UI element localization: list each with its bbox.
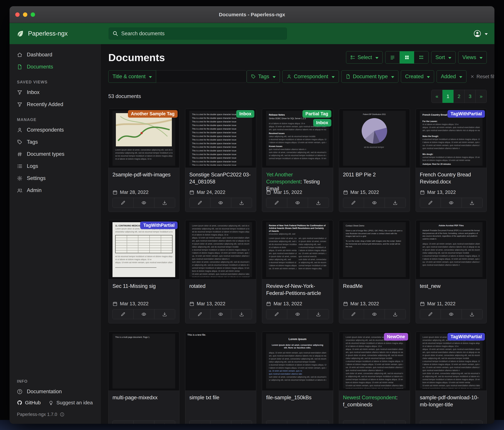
document-thumb-area[interactable]: This is a multi page document. Page 1.: [108, 332, 179, 391]
sidebar-item-settings[interactable]: Settings: [13, 172, 97, 184]
document-thumb-area[interactable]: Lorem ipsum dolor sit amet, consectetur …: [339, 332, 410, 391]
document-thumb-area[interactable]: 11. CONTINUING MEDICAL EDUCALorem ipsum …: [108, 220, 179, 279]
edit-document-button[interactable]: [266, 421, 287, 424]
document-title[interactable]: rotated: [189, 283, 252, 290]
view-document-button[interactable]: [133, 421, 154, 424]
document-thumb-area[interactable]: This is a test file.: [185, 332, 256, 391]
sidebar-item-logs[interactable]: Logs: [13, 160, 97, 172]
download-document-button[interactable]: [308, 309, 329, 319]
edit-document-button[interactable]: [343, 198, 364, 208]
view-document-button[interactable]: [133, 198, 154, 208]
download-document-button[interactable]: [308, 198, 329, 208]
edit-document-button[interactable]: [343, 421, 364, 424]
page-2-button[interactable]: 2: [454, 90, 465, 103]
reset-filters-button[interactable]: Reset filters: [470, 74, 495, 79]
edit-document-button[interactable]: [420, 421, 441, 424]
sidebar-item-inbox[interactable]: Inbox: [13, 86, 97, 98]
document-thumb-area[interactable]: French Country BreadFor the Leaven:nt ut…: [416, 109, 486, 168]
view-document-button[interactable]: [210, 421, 231, 424]
document-title[interactable]: 2sample-pdf-with-images: [113, 171, 175, 178]
edit-document-button[interactable]: [189, 309, 210, 319]
close-button[interactable]: [15, 12, 20, 17]
document-title[interactable]: Newest Correspondent: f_combineds: [343, 394, 406, 408]
views-button[interactable]: Views: [458, 51, 487, 64]
document-thumb-area[interactable]: Lorem ipsum dolor sit amet, consectetur …: [108, 109, 179, 168]
document-title[interactable]: Sec 11-Missing sig: [113, 283, 175, 290]
select-button[interactable]: Select: [346, 51, 383, 64]
document-thumb-area[interactable]: Review of New York Federal Petitions for…: [262, 220, 333, 279]
page-3-button[interactable]: 3: [465, 90, 476, 103]
document-card[interactable]: Lorem ipsum dolor sit amet, consectetur …: [416, 331, 487, 424]
document-card[interactable]: 11. CONTINUING MEDICAL EDUCALorem ipsum …: [108, 220, 180, 323]
document-card[interactable]: Review of New York Federal Petitions for…: [262, 220, 333, 323]
sidebar-item-tags[interactable]: Tags: [13, 136, 97, 148]
grid-view-button[interactable]: [400, 51, 414, 64]
view-document-button[interactable]: [441, 421, 461, 424]
view-document-button[interactable]: [287, 198, 308, 208]
document-title[interactable]: simple txt file: [189, 394, 252, 401]
document-correspondent[interactable]: Newest Correspondent: [343, 395, 396, 401]
document-title[interactable]: 2011 BP Pie 2: [343, 171, 406, 178]
page-1-button[interactable]: 1: [442, 90, 454, 103]
tag-badge[interactable]: TagWithPartial: [448, 110, 485, 118]
list-view-button[interactable]: [385, 51, 400, 64]
info-icon[interactable]: [60, 412, 64, 417]
view-document-button[interactable]: [364, 309, 385, 319]
window-titlebar[interactable]: Documents - Paperless-ngx: [9, 6, 495, 23]
document-title[interactable]: sample-pdf-download-10-mb-longer-title: [420, 394, 483, 408]
document-title[interactable]: file-sample_150kBs: [266, 394, 329, 401]
download-document-button[interactable]: [154, 421, 175, 424]
document-thumb-area[interactable]: Lorem ipsumLorem ipsum dolor sit amet, c…: [262, 332, 333, 391]
download-document-button[interactable]: [462, 421, 482, 424]
tag-badge[interactable]: Another Sample Tag: [128, 110, 178, 118]
search-box[interactable]: [109, 28, 287, 40]
download-document-button[interactable]: [385, 198, 405, 208]
sidebar-item-document-types[interactable]: Document types: [13, 148, 97, 160]
document-thumb-area[interactable]: Lorem ipsum dolor sit amet, consectetur …: [416, 332, 486, 391]
document-thumb-area[interactable]: Lorem ipsum dolor sit amet, consectetur …: [185, 220, 256, 279]
created-filter-button[interactable]: Created: [401, 70, 434, 83]
sort-button[interactable]: Sort: [431, 51, 456, 64]
edit-document-button[interactable]: [420, 198, 441, 208]
document-title[interactable]: multi-page-mixedxx: [113, 394, 175, 401]
document-title[interactable]: test_new: [420, 283, 483, 290]
sidebar-item-documents[interactable]: Documents: [13, 61, 97, 73]
download-document-button[interactable]: [231, 309, 252, 319]
tag-badge[interactable]: NewOne: [384, 333, 408, 341]
document-thumb-area[interactable]: Contact Sheet DemoGiven a set of image f…: [339, 220, 410, 279]
view-document-button[interactable]: [441, 309, 461, 319]
view-document-button[interactable]: [133, 309, 154, 319]
document-correspondent[interactable]: Yet Another Correspondent: [266, 172, 300, 185]
view-document-button[interactable]: [210, 309, 231, 319]
detail-view-button[interactable]: [414, 51, 429, 64]
minimize-button[interactable]: [23, 12, 27, 17]
added-filter-button[interactable]: Added: [437, 70, 467, 83]
document-card[interactable]: Lorem ipsum dolor sit amet, consectetur …: [185, 220, 256, 323]
document-card[interactable]: Release NotesSimba ODBC Driver for SQL S…: [262, 109, 333, 212]
edit-document-button[interactable]: [343, 309, 364, 319]
tags-filter-button[interactable]: Tags: [247, 70, 280, 83]
title-content-dropdown[interactable]: Title & content: [108, 70, 156, 83]
edit-document-button[interactable]: [266, 309, 287, 319]
edit-document-button[interactable]: [420, 309, 441, 319]
download-document-button[interactable]: [308, 421, 329, 424]
view-document-button[interactable]: [287, 421, 308, 424]
suggest-idea-link[interactable]: Suggest an idea: [48, 400, 93, 405]
document-thumb-area[interactable]: Adobe Acrobat PDF FilesAdobe® Portable D…: [416, 220, 486, 279]
edit-document-button[interactable]: [189, 198, 210, 208]
edit-document-button[interactable]: [266, 198, 287, 208]
document-title[interactable]: ReadMe: [343, 283, 406, 290]
document-card[interactable]: Patient BP Distribution 2011ed do eiusmo…: [339, 109, 410, 212]
sidebar-item-dashboard[interactable]: Dashboard: [13, 49, 97, 61]
document-card[interactable]: Lorem ipsum dolor sit amet, consectetur …: [108, 109, 180, 212]
document-title[interactable]: Review-of-New-York-Federal-Petitions-art…: [266, 283, 329, 297]
brand[interactable]: Paperless-ngx: [16, 29, 109, 37]
document-title[interactable]: French Country Bread Revised.docx: [420, 171, 483, 185]
tag-badge[interactable]: Partial Tag: [302, 110, 331, 118]
document-thumb-area[interactable]: This is a test for the double space char…: [185, 109, 256, 168]
document-card[interactable]: This is a multi page document. Page 1. m…: [108, 331, 180, 424]
document-title[interactable]: Sonstige ScanPC2022 03-24_081058: [189, 171, 252, 185]
prev-page-button[interactable]: «: [432, 90, 442, 103]
download-document-button[interactable]: [462, 309, 482, 319]
title-content-input[interactable]: [156, 70, 247, 83]
